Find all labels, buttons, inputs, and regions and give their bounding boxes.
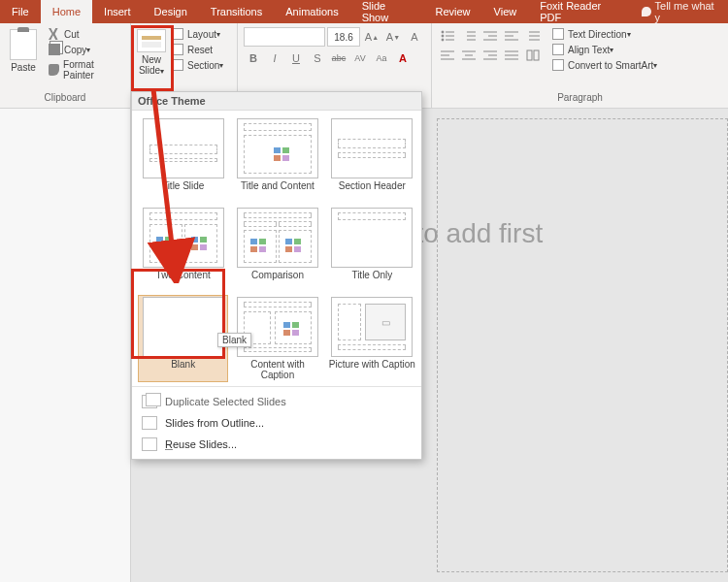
section-button[interactable]: Section▾ [170,58,225,72]
slides-from-outline-item[interactable]: Slides from Outline... [132,412,421,434]
layout-picture-caption[interactable]: ▭ Picture with Caption [327,295,417,382]
new-slide-button[interactable]: NewSlide▾ [137,27,166,79]
layout-label: Comparison [251,270,304,291]
chevron-down-icon: ▾ [653,61,657,70]
new-slide-gallery: Office Theme Title Slide Title and Conte… [131,91,422,460]
ribbon-tab-strip: File Home Insert Design Transitions Anim… [0,0,728,23]
grow-font-label: A [365,31,372,43]
copy-button[interactable]: Copy▾ [47,43,124,56]
duplicate-slides-item[interactable]: Duplicate Selected Slides [132,391,421,412]
text-direction-label: Text Direction [568,29,627,40]
reuse-icon [142,437,157,451]
layout-icon [172,28,183,40]
justify-button[interactable] [502,47,521,64]
layout-title-only[interactable]: Title Only [327,206,417,293]
layout-label: Blank [171,359,195,380]
change-case-button[interactable]: Aa [372,48,391,68]
line-spacing-button[interactable] [523,27,543,45]
layout-button[interactable]: Layout▾ [170,27,225,41]
layout-section-header[interactable]: Section Header [327,116,417,204]
new-slide-label-2: Slide [139,65,160,76]
layout-thumb-icon [331,208,413,268]
increase-indent-button[interactable] [502,27,521,45]
copy-label: Copy [64,45,86,55]
tab-home[interactable]: Home [41,0,92,23]
layout-comparison[interactable]: Comparison [232,206,322,293]
svg-point-0 [442,31,444,33]
chevron-down-icon: ▾ [216,30,220,39]
align-left-button[interactable] [438,47,457,64]
layout-blank[interactable]: Blank [138,295,228,382]
paintbrush-icon [49,64,59,76]
align-center-button[interactable] [459,47,479,64]
slide-placeholder[interactable] [437,118,728,572]
layout-thumb-icon [143,297,224,357]
tell-me-search[interactable]: Tell me what y [632,0,728,23]
layout-title-content[interactable]: Title and Content [232,116,322,204]
layout-thumb-icon [331,118,413,178]
reuse-label: Reuse Slides... [165,438,237,450]
tab-transitions[interactable]: Transitions [199,0,274,23]
layout-thumb-icon [237,297,318,357]
lightbulb-icon [642,7,650,16]
tab-view[interactable]: View [482,0,529,23]
text-direction-icon [552,28,564,40]
tab-animations[interactable]: Animations [274,0,349,23]
clear-formatting-button[interactable]: A [405,27,424,47]
tab-slideshow[interactable]: Slide Show [350,0,424,23]
format-painter-button[interactable]: Format Painter [47,58,124,81]
group-label-clipboard: Clipboard [0,92,130,108]
reuse-slides-item[interactable]: Reuse Slides... [132,434,421,455]
format-painter-label: Format Painter [63,59,122,81]
bullets-button[interactable] [438,27,457,45]
align-text-button[interactable]: Align Text▾ [550,43,659,56]
layout-label: Section Header [339,180,406,202]
scissors-icon [49,28,60,40]
layout-label: Title Only [351,270,392,291]
font-name-combo[interactable] [244,27,325,47]
group-clipboard: Paste Cut Copy▾ Format Painter Clipboard [0,23,131,108]
layout-title-slide[interactable]: Title Slide [138,116,228,204]
svg-point-2 [442,35,444,37]
shrink-font-button[interactable]: A▼ [383,27,403,47]
grow-font-button[interactable]: A▲ [362,27,381,47]
font-size-combo[interactable] [327,27,360,47]
bold-button[interactable]: B [244,48,263,68]
decrease-indent-button[interactable] [480,27,500,45]
convert-smartart-button[interactable]: Convert to SmartArt▾ [550,58,659,72]
reset-icon [172,44,183,55]
reset-label: Reset [187,45,213,55]
tab-file[interactable]: File [0,0,41,23]
tab-foxit[interactable]: Foxit Reader PDF [528,0,632,23]
strikethrough-button[interactable]: abc [329,48,348,68]
paste-button[interactable]: Paste [6,27,41,75]
underline-button[interactable]: U [286,48,306,68]
new-slide-label-1: New [142,54,161,65]
numbering-button[interactable] [459,27,479,45]
columns-button[interactable] [523,47,543,64]
cut-button[interactable]: Cut [47,27,124,41]
duplicate-label: Duplicate Selected Slides [165,396,286,407]
svg-rect-31 [534,50,539,60]
layout-label: Title and Content [241,180,314,202]
tab-design[interactable]: Design [143,0,199,23]
font-color-button[interactable]: A [393,48,413,68]
tab-review[interactable]: Review [424,0,482,23]
reset-button[interactable]: Reset [170,43,225,56]
group-paragraph: Text Direction▾ Align Text▾ Convert to S… [432,23,728,108]
tab-insert[interactable]: Insert [92,0,143,23]
italic-button[interactable]: I [265,48,284,68]
copy-icon [49,44,60,55]
layout-label: Title Slide [162,180,205,202]
slide-thumbnail-pane[interactable] [0,109,131,582]
char-spacing-button[interactable]: AV [350,48,370,68]
text-direction-button[interactable]: Text Direction▾ [550,27,659,41]
new-slide-icon [137,29,166,52]
shadow-button[interactable]: S [308,48,327,68]
layout-two-content[interactable]: Two Content [138,206,228,293]
align-right-button[interactable] [480,47,500,64]
layout-label: Content with Caption [234,359,320,380]
cut-label: Cut [64,29,80,40]
tooltip-blank: Blank [217,333,251,347]
group-label-paragraph: Paragraph [432,92,728,108]
